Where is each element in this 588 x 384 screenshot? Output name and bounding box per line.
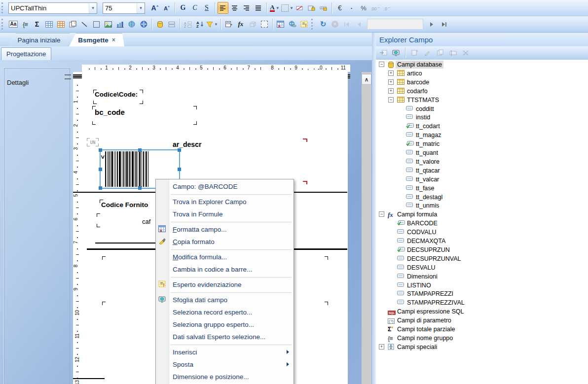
browse-field-data-icon[interactable] — [391, 47, 402, 59]
canvas-vertical-scrollbar[interactable]: ∧ — [362, 72, 371, 384]
highlighting-expert-icon[interactable]: ! — [299, 18, 310, 30]
align-right-icon[interactable] — [241, 2, 252, 14]
tree-item-tt-valcar[interactable]: tt_valcar — [376, 175, 588, 184]
format-field-icon[interactable]: a — [275, 18, 286, 30]
decrease-font-icon[interactable]: A+ — [161, 2, 172, 14]
suppress-icon[interactable] — [294, 2, 305, 14]
field-un-marker[interactable]: UN — [87, 138, 99, 146]
currency-icon[interactable]: € — [334, 2, 345, 14]
insert-flash-icon[interactable] — [138, 18, 149, 30]
insert-olap-grid-icon[interactable] — [55, 18, 66, 30]
font-color-icon[interactable]: A▼ — [269, 2, 280, 14]
menu-select-group-expert[interactable]: Seleziona gruppo esperto... — [156, 318, 294, 331]
tree-item-campi-database[interactable]: −Campi database — [376, 60, 588, 69]
tree-item-instid[interactable]: instid — [376, 113, 588, 122]
insert-picture-icon[interactable] — [103, 18, 113, 30]
ole-object-icon[interactable] — [247, 18, 258, 30]
formula-workshop-icon[interactable]: fx — [235, 18, 246, 30]
expand-icon[interactable]: + — [388, 79, 394, 85]
toolbar-grip[interactable] — [311, 19, 315, 30]
tree-item-campi-formula[interactable]: −fxCampi formula — [376, 210, 588, 219]
tree-item-codvalu[interactable]: CODVALU — [376, 228, 588, 237]
tree-item-decsuprzunval[interactable]: DECSUPRZUNVAL — [376, 254, 588, 263]
stop-icon[interactable]: ✕ — [330, 18, 340, 30]
expand-icon[interactable]: + — [388, 88, 394, 94]
tab-pagina-iniziale[interactable]: Pagina iniziale — [8, 33, 70, 46]
insert-to-report-icon[interactable] — [378, 47, 389, 59]
nav-prev-icon[interactable] — [353, 18, 364, 30]
select-expert-icon[interactable]: ▼ — [206, 18, 218, 30]
record-sort-expert-icon[interactable]: AZ — [194, 18, 205, 30]
close-icon[interactable]: × — [112, 36, 115, 43]
group-sort-expert-icon[interactable] — [166, 18, 177, 30]
lock-size-icon[interactable] — [318, 2, 329, 14]
tree-item-barcode[interactable]: +barcode — [376, 78, 588, 87]
font-size-combo[interactable]: 75 ▼ — [103, 2, 145, 14]
align-left-icon[interactable] — [218, 2, 228, 14]
guide-marker[interactable] — [265, 66, 270, 70]
menu-size-and-position[interactable]: Dimensione e posizione... — [156, 371, 294, 383]
field-ar-descr[interactable]: ar_descr — [173, 140, 201, 148]
menu-format-field[interactable]: aFormatta campo... — [156, 223, 294, 236]
increase-font-icon[interactable]: A+ — [149, 2, 160, 14]
menu-select-record-expert[interactable]: Seleziona record esperto... — [156, 306, 294, 318]
edit-field-icon[interactable] — [422, 47, 433, 59]
tree-item-ttstmats[interactable]: −TTSTMATS — [376, 96, 588, 105]
menu-copy-format[interactable]: Copia formato — [156, 236, 294, 248]
tree-item-decmaxqta[interactable]: DECMAXQTA — [376, 237, 588, 245]
bold-icon[interactable]: G — [178, 2, 188, 14]
selection-handle[interactable] — [138, 148, 142, 152]
delete-field-icon[interactable] — [460, 47, 471, 59]
insert-cross-tab-icon[interactable] — [43, 18, 54, 30]
underline-icon[interactable]: S — [201, 2, 212, 14]
nav-next-icon[interactable] — [426, 18, 437, 30]
vertical-ruler[interactable]: 12345678910111213 — [73, 72, 82, 384]
panel-splitter[interactable] — [372, 33, 376, 384]
insert-text-object-icon[interactable]: Aa — [8, 18, 19, 30]
field-caf[interactable]: caf — [142, 218, 150, 225]
rename-field-icon[interactable] — [447, 47, 458, 59]
insert-chart-icon[interactable] — [114, 18, 125, 30]
chevron-down-icon[interactable]: ▼ — [137, 3, 145, 13]
align-center-icon[interactable] — [229, 2, 240, 14]
selection-handle[interactable] — [178, 148, 181, 152]
selection-handle[interactable] — [99, 168, 102, 171]
section-expert-icon[interactable] — [223, 18, 234, 30]
selection-handle[interactable] — [99, 186, 102, 190]
collapse-icon[interactable]: − — [388, 97, 394, 103]
database-expert-icon[interactable] — [154, 18, 165, 30]
tree-item-stampaprezzival[interactable]: STAMPAPREZZIVAL — [376, 298, 588, 307]
chevron-down-icon[interactable]: ▼ — [89, 3, 97, 13]
tab-progettazione[interactable]: Progettazione — [1, 47, 51, 60]
menu-browse-field-data[interactable]: Sfoglia dati campo — [156, 294, 294, 306]
expand-icon[interactable]: + — [379, 344, 384, 349]
tree-item-campi-speciali[interactable]: +Campi speciali — [376, 343, 588, 351]
tree-item-tt-magaz[interactable]: tt_magaz — [376, 131, 588, 140]
menu-insert[interactable]: Inserisci — [156, 346, 294, 358]
font-name-combo[interactable]: UPCTallThin ▼ — [8, 2, 97, 14]
nav-last-icon[interactable] — [438, 18, 449, 30]
insert-map-icon[interactable] — [126, 18, 137, 30]
align-justify-icon[interactable] — [253, 2, 264, 14]
percent-icon[interactable]: % — [358, 2, 369, 14]
expand-icon[interactable]: + — [388, 70, 394, 76]
borders-icon[interactable]: ▼ — [281, 2, 294, 14]
tree-item-tt-destagl[interactable]: tt_destagl — [376, 193, 588, 202]
tree-item-tt-qtacar[interactable]: tt_qtacar — [376, 166, 588, 175]
tree-item-tt-fase[interactable]: tt_fase — [376, 184, 588, 193]
collapse-icon[interactable]: − — [379, 211, 384, 217]
remove-decimals-icon[interactable]: .0← — [382, 2, 393, 14]
collapse-icon[interactable]: − — [379, 62, 384, 67]
insert-subreport-icon[interactable] — [67, 18, 78, 30]
field-bc-code[interactable]: bc_code — [95, 108, 125, 116]
new-field-icon[interactable] — [409, 47, 420, 59]
duplicate-field-icon[interactable] — [435, 47, 445, 59]
refresh-icon[interactable]: ↻ — [318, 18, 329, 30]
toolbar-grip[interactable] — [1, 2, 5, 13]
tree-item-artico[interactable]: +artico — [376, 69, 588, 78]
lock-format-icon[interactable] — [306, 2, 317, 14]
hyperlink-icon[interactable] — [287, 18, 298, 30]
selection-handle[interactable] — [178, 168, 181, 171]
menu-change-to-barcode[interactable]: Cambia in codice a barre... — [156, 263, 294, 276]
tree-item-campi-totale-parziale[interactable]: Σ*Campi totale parziale — [376, 325, 588, 334]
